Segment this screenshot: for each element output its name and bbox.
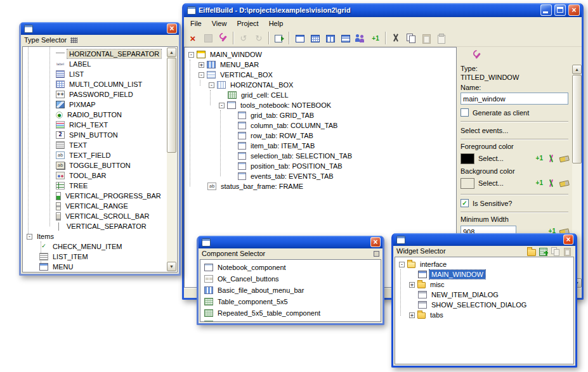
collapse-toggle-icon[interactable]: - <box>399 262 405 267</box>
expand-toggle-icon[interactable]: + <box>409 282 415 288</box>
name-input[interactable] <box>461 93 568 105</box>
view-window-button[interactable] <box>292 31 307 46</box>
layout-tree-item-position-tab-position-tab[interactable]: position_tab: POSITION_TAB <box>186 161 456 171</box>
eraser-icon[interactable] <box>559 178 570 189</box>
add-one-button[interactable]: +1 <box>368 31 383 46</box>
layout-tree-item-horizontal-box[interactable]: -HORIZONTAL_BOX <box>186 80 456 90</box>
cut-button[interactable] <box>388 31 403 46</box>
menu-view[interactable]: View <box>207 18 232 29</box>
generate-client-checkbox[interactable] <box>461 108 469 117</box>
widget-item-new-item-dialog[interactable]: NEW_ITEM_DIALOG <box>396 290 573 300</box>
view-columns-button[interactable] <box>322 31 337 46</box>
foreground-select-link[interactable]: Select... <box>478 155 504 162</box>
minimize-button[interactable] <box>540 4 552 16</box>
widget-item-tabs[interactable]: +tabs <box>396 310 573 320</box>
type-item-vertical-separator[interactable]: VERTICAL_SEPARATOR <box>24 221 167 231</box>
type-selector-scrollbar[interactable]: ▲ ▼ <box>167 48 176 271</box>
widget-item-main-window[interactable]: MAIN_WINDOW <box>396 269 573 279</box>
type-item-check-menu-item[interactable]: ✓CHECK_MENU_ITEM <box>24 241 167 252</box>
expand-toggle-icon[interactable]: + <box>409 312 415 318</box>
widget-selector-titlebar[interactable]: × <box>393 233 575 246</box>
type-item-horizontal-separator[interactable]: HORIZONTAL_SEPARATOR <box>24 49 167 59</box>
menu-project[interactable]: Project <box>232 18 263 29</box>
close-button[interactable]: × <box>167 23 177 34</box>
scroll-thumb[interactable] <box>572 75 582 164</box>
layout-tree-item-item-tab-item-tab[interactable]: item_tab: ITEM_TAB <box>186 141 456 151</box>
close-button[interactable]: × <box>370 237 381 247</box>
add-constant-icon[interactable]: +1 <box>536 154 543 163</box>
type-item-vertical-progress-bar[interactable]: VERTICAL_PROGRESS_BAR <box>24 191 167 201</box>
layout-tree-item-tools-notebook-notebook[interactable]: -tools_notebook: NOTEBOOK <box>186 100 456 110</box>
type-item-text[interactable]: TEXT <box>24 140 167 150</box>
component-item-basic-file-about-menu-bar[interactable]: Basic_file_about_menu_bar <box>202 285 381 296</box>
layout-tree-item-selection-tab-selection-tab[interactable]: selection_tab: SELECTION_TAB <box>186 151 456 161</box>
component-item-tree[interactable]: Tree <box>202 319 381 321</box>
select-events-link[interactable]: Select events... <box>461 127 570 134</box>
background-swatch[interactable] <box>461 178 474 189</box>
type-item-toggle-button[interactable]: abTOGGLE_BUTTON <box>24 160 167 170</box>
component-item-table-component-5x5[interactable]: Table_component_5x5 <box>202 296 381 307</box>
delete-button[interactable]: × <box>185 31 200 46</box>
layout-tree-item-vertical-box[interactable]: -VERTICAL_BOX <box>186 70 456 80</box>
add-constant-icon[interactable]: +1 <box>536 179 543 188</box>
layout-tree-item-main-window[interactable]: -MAIN_WINDOW <box>186 49 456 60</box>
wrench-icon[interactable] <box>472 50 481 59</box>
layout-tree-item-grid-cell-cell[interactable]: grid_cell: CELL <box>186 90 456 100</box>
component-item-ok-cancel-buttons[interactable]: Ok_Cancel_buttons <box>202 273 381 285</box>
collapse-toggle-icon[interactable]: - <box>199 72 204 78</box>
foreground-swatch[interactable] <box>461 153 474 164</box>
eraser-icon[interactable] <box>559 153 570 164</box>
type-item-multi-column-list[interactable]: MULTI_COLUMN_LIST <box>24 79 167 89</box>
layout-tree-item-row-tab-row-tab[interactable]: row_tab: ROW_TAB <box>186 131 456 141</box>
type-item-spin-button[interactable]: 2SPIN_BUTTON <box>24 130 167 140</box>
type-item-password-field[interactable]: ∗∗∗PASSWORD_FIELD <box>24 89 167 99</box>
collapse-toggle-icon[interactable]: - <box>219 103 225 108</box>
is-sensitive-checkbox[interactable]: ✓ <box>461 199 469 207</box>
close-button[interactable]: × <box>563 234 573 245</box>
type-item-vertical-scroll-bar[interactable]: VERTICAL_SCROLL_BAR <box>24 211 167 221</box>
layout-tree-item-column-tab-column-tab[interactable]: column_tab: COLUMN_TAB <box>186 120 456 131</box>
collapse-toggle-icon[interactable]: - <box>188 52 194 58</box>
layout-tree-item-events-tab-events-tab[interactable]: events_tab: EVENTS_TAB <box>186 171 456 181</box>
layout-tree-item-menu-bar[interactable]: +MENU_BAR <box>186 60 456 70</box>
type-item-vertical-range[interactable]: VERTICAL_RANGE <box>24 201 167 211</box>
type-item-tree[interactable]: TREE <box>24 181 167 191</box>
generate-button[interactable] <box>271 31 287 46</box>
edit-constant-icon[interactable] <box>547 179 556 188</box>
generate-client-row[interactable]: Generate as client <box>461 108 570 117</box>
scroll-up-button[interactable]: ▲ <box>167 48 176 57</box>
build-button[interactable] <box>216 31 231 46</box>
collapse-toggle-icon[interactable]: - <box>209 82 214 88</box>
maximize-button[interactable] <box>554 4 566 16</box>
scroll-up-button[interactable]: ▲ <box>572 65 582 74</box>
scroll-down-button[interactable]: ▼ <box>167 262 176 271</box>
widget-item-show-selection-dialog[interactable]: SHOW_SELECTION_DIALOG <box>396 300 573 310</box>
type-item-label[interactable]: labelLABEL <box>24 59 167 69</box>
view-rows-button[interactable] <box>337 31 353 46</box>
scroll-thumb[interactable] <box>167 58 176 153</box>
menu-help[interactable]: Help <box>264 18 289 29</box>
type-item-rich-text[interactable]: RICH_TEXT <box>24 120 167 130</box>
pane-box-icon[interactable] <box>374 251 379 257</box>
component-item-notebook-component[interactable]: Notebook_component <box>202 262 381 273</box>
drag-grip-icon[interactable] <box>70 37 77 43</box>
new-folder-icon[interactable] <box>526 247 536 255</box>
copy-button[interactable] <box>403 31 419 46</box>
layout-tree-item-grid-tab-grid-tab[interactable]: grid_tab: GRID_TAB <box>186 110 456 120</box>
type-item-items[interactable]: -Items <box>24 231 167 241</box>
type-item-list[interactable]: LIST <box>24 69 167 79</box>
type-selector-titlebar[interactable]: × <box>21 22 179 35</box>
component-selector-titlebar[interactable]: × <box>199 236 382 248</box>
widget-item-misc[interactable]: +misc <box>396 279 573 290</box>
type-item-list-item[interactable]: LIST_ITEM <box>24 252 167 262</box>
view-grid-button[interactable] <box>307 31 322 46</box>
expand-toggle-icon[interactable]: + <box>199 62 204 68</box>
is-sensitive-row[interactable]: ✓ Is Sensitive? <box>461 199 570 207</box>
users-button[interactable] <box>353 31 368 46</box>
layout-tree-item-status-bar-frame-frame[interactable]: abstatus_bar_frame: FRAME <box>186 181 456 191</box>
menu-file[interactable]: File <box>185 18 207 29</box>
add-widget-icon[interactable] <box>539 247 548 255</box>
main-titlebar[interactable]: EiffelBuild - D:\projects\examples\visio… <box>184 3 582 17</box>
edit-constant-icon[interactable] <box>547 154 556 163</box>
widget-item-interface[interactable]: -interface <box>396 259 573 269</box>
